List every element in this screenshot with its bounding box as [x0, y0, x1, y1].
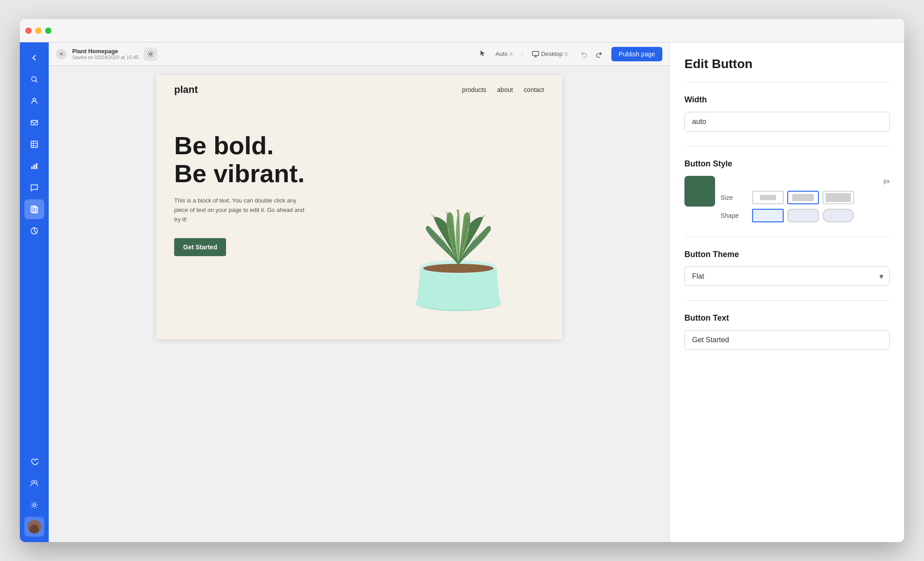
- size-row: Size: [721, 191, 890, 204]
- svg-rect-8: [33, 207, 37, 213]
- title-bar: [20, 19, 904, 42]
- close-page-button[interactable]: ✕: [56, 49, 67, 60]
- svg-point-11: [34, 481, 37, 483]
- sidebar-icon-pie[interactable]: [24, 221, 44, 241]
- nav-links: products about contact: [462, 86, 544, 93]
- nav-brand: plant: [174, 84, 198, 96]
- publish-button[interactable]: Publish page: [611, 47, 662, 61]
- shape-rounded-option[interactable]: [787, 209, 819, 222]
- svg-point-23: [462, 248, 464, 250]
- button-text-input[interactable]: [684, 330, 890, 350]
- page-saved-label: Saved on 02/24/2020 at 15:45: [72, 55, 139, 60]
- panel-divider-top: [684, 82, 890, 83]
- close-button[interactable]: [25, 28, 32, 34]
- panel-divider-1: [684, 146, 890, 147]
- svg-point-17: [423, 264, 494, 273]
- svg-point-12: [33, 504, 36, 506]
- button-text-section: Button Text: [684, 313, 890, 350]
- main-content: ✕ Plant Homepage Saved on 02/24/2020 at …: [20, 42, 904, 542]
- shape-pill-option[interactable]: [822, 209, 854, 222]
- traffic-lights: [25, 28, 51, 34]
- canvas-area: plant products about contact Be bold.: [49, 66, 670, 542]
- sidebar-icon-heart[interactable]: [24, 452, 44, 472]
- redo-button[interactable]: [592, 47, 606, 61]
- shape-square-option[interactable]: [752, 209, 784, 222]
- sidebar-icon-user[interactable]: [24, 91, 44, 111]
- button-theme-label: Button Theme: [684, 250, 890, 259]
- svg-point-24: [438, 245, 439, 246]
- options-column: px Size: [721, 176, 890, 222]
- page-name-section: Plant Homepage Saved on 02/24/2020 at 15…: [72, 48, 139, 60]
- hero-cta-button[interactable]: Get Started: [174, 238, 226, 256]
- page-name-label: Plant Homepage: [72, 48, 139, 55]
- size-options: [752, 191, 854, 204]
- desktop-view-button[interactable]: Desktop D: [528, 49, 572, 60]
- nav-link-about[interactable]: about: [497, 86, 513, 93]
- size-small-option[interactable]: [752, 191, 784, 204]
- sidebar-icon-table[interactable]: [24, 134, 44, 154]
- sidebar-icon-mail[interactable]: [24, 113, 44, 133]
- svg-point-18: [442, 238, 444, 240]
- button-style-label: Button Style: [684, 159, 890, 169]
- size-medium-option[interactable]: [787, 191, 819, 204]
- page-nav: plant products about contact: [156, 75, 562, 105]
- size-label: Size: [721, 194, 748, 201]
- shape-row: Shape: [721, 209, 890, 222]
- hero-description: This is a block of text. You can double …: [174, 196, 310, 224]
- sidebar-icon-avatar[interactable]: [24, 517, 44, 537]
- button-color-swatch[interactable]: [684, 176, 715, 207]
- px-label: px: [883, 178, 890, 184]
- cursor-tool-icon: [479, 50, 486, 58]
- svg-rect-14: [532, 51, 539, 55]
- svg-point-13: [150, 53, 152, 55]
- panel-divider-3: [684, 300, 890, 301]
- hero-section: Be bold. Be vibrant. This is a block of …: [156, 105, 562, 339]
- sidebar-icon-chart-bar[interactable]: [24, 156, 44, 176]
- nav-link-contact[interactable]: contact: [524, 86, 544, 93]
- button-theme-section: Button Theme Flat Raised Ghost Link ▾: [684, 250, 890, 286]
- minimize-button[interactable]: [35, 28, 42, 34]
- svg-rect-5: [33, 165, 35, 169]
- panel-divider-2: [684, 237, 890, 237]
- hero-text: Be bold. Be vibrant. This is a block of …: [174, 123, 373, 256]
- svg-point-20: [473, 238, 475, 240]
- panel-title: Edit Button: [684, 57, 890, 71]
- width-section: Width: [684, 95, 890, 132]
- editor-area: ✕ Plant Homepage Saved on 02/24/2020 at …: [49, 42, 670, 542]
- editor-toolbar: ✕ Plant Homepage Saved on 02/24/2020 at …: [49, 42, 670, 66]
- sidebar-icon-pages[interactable]: [24, 199, 44, 219]
- sidebar-icon-collapse[interactable]: [24, 48, 44, 68]
- undo-redo-group: [577, 47, 606, 61]
- svg-point-22: [453, 248, 455, 250]
- shape-label: Shape: [721, 212, 748, 219]
- hero-image: [373, 123, 544, 339]
- maximize-button[interactable]: [45, 28, 51, 34]
- svg-rect-3: [31, 141, 37, 147]
- svg-point-19: [448, 230, 449, 231]
- theme-select-wrapper: Flat Raised Ghost Link ▾: [684, 267, 890, 286]
- svg-point-10: [32, 481, 34, 483]
- svg-rect-6: [36, 163, 37, 169]
- theme-select[interactable]: Flat Raised Ghost Link: [684, 267, 890, 286]
- auto-view-button[interactable]: Auto A: [492, 49, 516, 59]
- page-settings-button[interactable]: [144, 47, 157, 61]
- sidebar-icon-search[interactable]: [24, 69, 44, 89]
- page-canvas: plant products about contact Be bold.: [156, 75, 562, 339]
- button-text-label: Button Text: [684, 313, 890, 323]
- sidebar-icon-settings[interactable]: [24, 495, 44, 515]
- right-panel: Edit Button Width Button Style: [670, 42, 904, 542]
- undo-button[interactable]: [577, 47, 591, 61]
- size-large-option[interactable]: [822, 191, 854, 204]
- width-label: Width: [684, 95, 890, 105]
- button-style-section: Button Style px Size: [684, 159, 890, 222]
- width-input[interactable]: [684, 112, 890, 132]
- left-sidebar: [20, 42, 49, 542]
- size-shape-container: px Size: [684, 176, 890, 222]
- sidebar-icon-team[interactable]: [24, 474, 44, 493]
- sidebar-icon-comment[interactable]: [24, 178, 44, 198]
- app-window: ✕ Plant Homepage Saved on 02/24/2020 at …: [20, 19, 904, 542]
- hero-title: Be bold. Be vibrant.: [174, 132, 373, 187]
- nav-link-products[interactable]: products: [462, 86, 486, 93]
- svg-point-21: [468, 230, 469, 231]
- svg-point-25: [478, 245, 480, 246]
